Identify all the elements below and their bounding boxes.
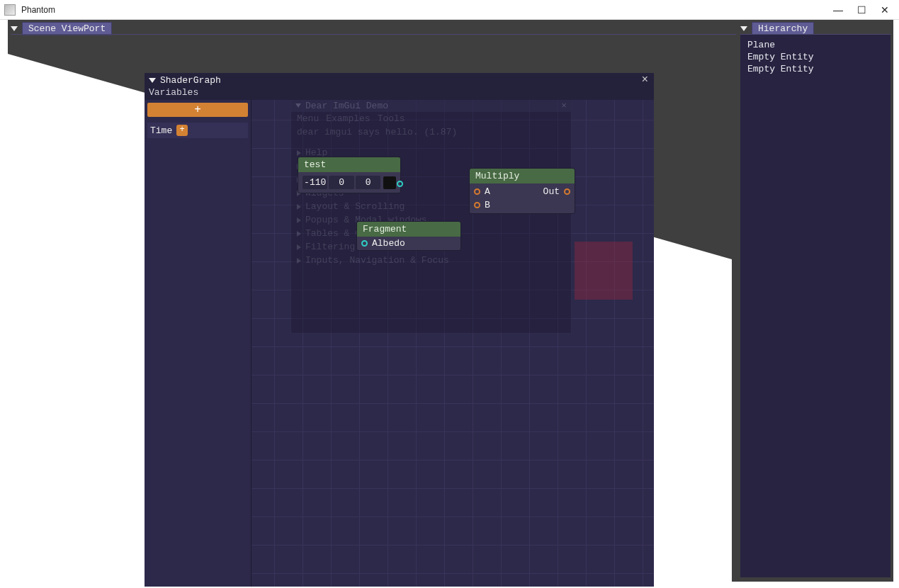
hierarchy-item[interactable]: Empty Entity [747, 63, 883, 75]
node-title[interactable]: Fragment [357, 222, 460, 237]
ghost-entry: Layout & Scrolling [305, 201, 405, 212]
drag-value-x[interactable]: -110 [303, 176, 327, 189]
shadergraph-sidebar: + Time + [145, 100, 251, 587]
variable-add-button[interactable]: + [176, 125, 188, 136]
ghost-red-square [575, 242, 633, 300]
shadergraph-window: ShaderGraph × Variables + Time + [145, 73, 654, 587]
ghost-imgui-window: Dear ImGui Demo × Menu Examples Tools de… [290, 100, 572, 334]
app-title: Phantom [21, 5, 55, 15]
output-port[interactable] [564, 188, 570, 195]
minimize-button[interactable]: — [833, 4, 843, 16]
ghost-close-icon: × [561, 101, 567, 111]
variable-row[interactable]: Time + [147, 123, 248, 138]
scene-viewport-tab[interactable]: Scene ViewPort [22, 22, 112, 35]
window-titlebar: Phantom — ☐ ✕ [0, 0, 899, 20]
input-port-b[interactable] [474, 202, 480, 208]
input-label: A [485, 186, 490, 197]
node-title[interactable]: test [298, 157, 400, 172]
collapse-icon[interactable] [740, 26, 747, 31]
variable-name: Time [150, 125, 172, 136]
hierarchy-item[interactable]: Plane [747, 39, 883, 51]
shadergraph-title: ShaderGraph [160, 75, 221, 86]
collapse-icon[interactable] [149, 78, 156, 83]
ghost-menu-item: Tools [378, 113, 405, 124]
ghost-line: dear imgui says hello. (1.87) [291, 125, 571, 139]
ghost-entry: Filtering [305, 242, 355, 252]
window-controls: — ☐ ✕ [833, 4, 895, 16]
input-label: Albedo [372, 238, 405, 249]
shadergraph-subtitle: Variables [145, 87, 654, 101]
node-test[interactable]: test -110 0 0 [298, 157, 401, 193]
hierarchy-item[interactable]: Empty Entity [747, 51, 883, 63]
hierarchy-tab[interactable]: Hierarchy [752, 22, 814, 35]
node-fragment[interactable]: Fragment Albedo [356, 221, 461, 251]
color-swatch[interactable] [383, 176, 396, 189]
shadergraph-canvas[interactable]: Dear ImGui Demo × Menu Examples Tools de… [251, 100, 654, 587]
scene-viewport-tab-row: Scene ViewPort [11, 22, 112, 35]
ghost-menu-item: Examples [326, 113, 370, 124]
close-icon[interactable]: × [640, 74, 650, 86]
close-button[interactable]: ✕ [881, 4, 889, 16]
output-port[interactable] [397, 181, 403, 187]
hierarchy-tab-row: Hierarchy [740, 22, 814, 35]
maximize-button[interactable]: ☐ [857, 4, 866, 16]
ghost-menu-item: Menu [297, 113, 319, 124]
ghost-title: Dear ImGui Demo [305, 101, 388, 111]
shadergraph-body: + Time + Dear ImGui Demo × [145, 100, 654, 587]
hierarchy-panel: Plane Empty Entity Empty Entity [740, 35, 890, 577]
ghost-entry: Inputs, Navigation & Focus [305, 255, 449, 266]
app-icon [4, 4, 16, 16]
hierarchy-list: Plane Empty Entity Empty Entity [740, 35, 890, 79]
add-variable-button[interactable]: + [147, 103, 248, 117]
inner-stage: Scene ViewPort Hierarchy Plane Empty Ent… [8, 20, 893, 582]
drag-value-y[interactable]: 0 [329, 176, 354, 189]
node-title[interactable]: Multiply [470, 169, 575, 183]
input-port-albedo[interactable] [361, 240, 368, 247]
separator [11, 34, 736, 35]
output-label: Out [543, 186, 560, 197]
input-port-a[interactable] [474, 188, 480, 195]
drag-value-z[interactable]: 0 [356, 176, 380, 189]
node-multiply[interactable]: Multiply A Out B [469, 168, 575, 214]
input-label: B [485, 200, 490, 210]
app-area: Scene ViewPort Hierarchy Plane Empty Ent… [0, 20, 899, 583]
collapse-icon[interactable] [11, 26, 18, 31]
shadergraph-header[interactable]: ShaderGraph × [145, 73, 654, 87]
